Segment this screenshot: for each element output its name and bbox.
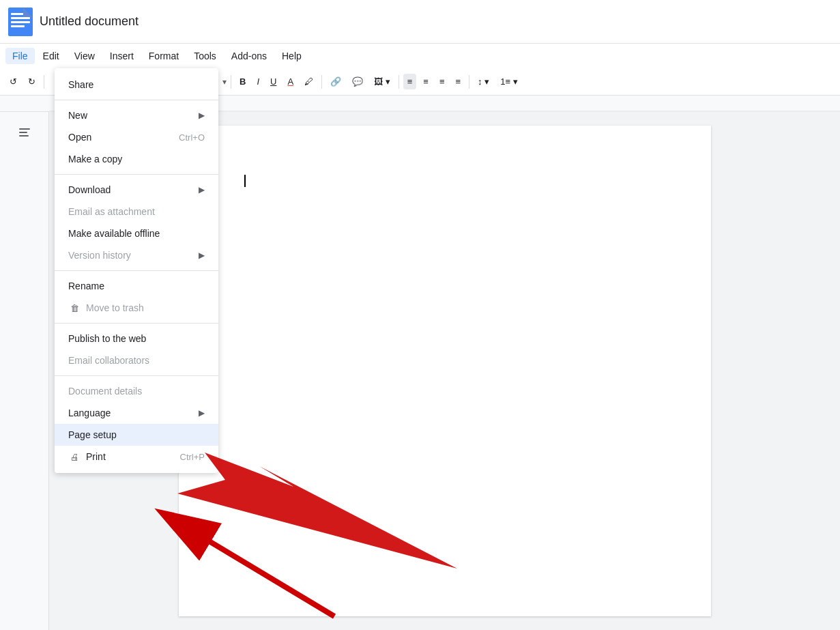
undo-button[interactable]: ↺ bbox=[5, 74, 21, 89]
make-copy-label: Make a copy bbox=[68, 154, 122, 164]
document-details-label: Document details bbox=[68, 386, 142, 397]
download-arrow-icon: ▶ bbox=[199, 185, 205, 195]
toolbar-divider-6 bbox=[399, 75, 399, 89]
print-label: Print bbox=[86, 451, 106, 462]
svg-rect-4 bbox=[11, 25, 25, 27]
menu-download-item[interactable]: Download ▶ bbox=[55, 179, 218, 201]
page-setup-label: Page setup bbox=[68, 429, 117, 440]
menu-bar: File Edit View Insert Format Tools Add-o… bbox=[0, 44, 840, 68]
align-left-button[interactable]: ≡ bbox=[403, 74, 417, 89]
move-trash-label: Move to trash bbox=[86, 302, 144, 313]
align-justify-button[interactable]: ≡ bbox=[451, 74, 465, 89]
align-center-button[interactable]: ≡ bbox=[419, 74, 433, 89]
print-content: 🖨 Print bbox=[68, 451, 106, 462]
print-icon: 🖨 bbox=[68, 452, 81, 462]
menu-make-copy-item[interactable]: Make a copy bbox=[55, 148, 218, 170]
menu-view[interactable]: View bbox=[68, 48, 102, 64]
svg-rect-3 bbox=[11, 21, 30, 23]
file-dropdown-menu: Share New ▶ Open Ctrl+O Make a copy Down… bbox=[55, 68, 218, 473]
menu-new-item[interactable]: New ▶ bbox=[55, 104, 218, 126]
print-shortcut: Ctrl+P bbox=[180, 452, 205, 462]
dropdown-divider-2 bbox=[55, 174, 218, 175]
menu-make-offline-item[interactable]: Make available offline bbox=[55, 223, 218, 244]
language-arrow-icon: ▶ bbox=[199, 408, 205, 418]
menu-file[interactable]: File bbox=[5, 48, 35, 64]
menu-move-trash-item[interactable]: 🗑 Move to trash bbox=[55, 297, 218, 319]
dropdown-divider-3 bbox=[55, 270, 218, 271]
title-area: Untitled document bbox=[40, 14, 139, 29]
highlight-button[interactable]: 🖊 bbox=[300, 74, 317, 89]
email-collaborators-label: Email collaborators bbox=[68, 355, 149, 366]
new-label: New bbox=[68, 110, 87, 121]
menu-document-details-item[interactable]: Document details bbox=[55, 380, 218, 402]
doc-title[interactable]: Untitled document bbox=[40, 14, 139, 29]
rename-label: Rename bbox=[68, 281, 104, 291]
image-button[interactable]: 🖼 ▾ bbox=[370, 74, 394, 89]
version-history-arrow-icon: ▶ bbox=[199, 250, 205, 260]
text-cursor bbox=[244, 175, 246, 187]
new-arrow-icon: ▶ bbox=[199, 111, 205, 120]
line-spacing-button[interactable]: ↕ ▾ bbox=[474, 74, 493, 89]
menu-insert[interactable]: Insert bbox=[103, 48, 141, 64]
redo-button[interactable]: ↻ bbox=[24, 74, 40, 89]
menu-share-item[interactable]: Share bbox=[55, 74, 218, 96]
document-page[interactable] bbox=[179, 126, 711, 616]
underline-button[interactable]: U bbox=[266, 74, 280, 89]
menu-tools[interactable]: Tools bbox=[187, 48, 223, 64]
italic-button[interactable]: I bbox=[252, 74, 263, 89]
language-label: Language bbox=[68, 407, 111, 418]
link-button[interactable]: 🔗 bbox=[326, 74, 345, 89]
size-dropdown-arrow: ▾ bbox=[222, 77, 227, 87]
numbered-list-button[interactable]: 1≡ ▾ bbox=[496, 74, 521, 89]
sidebar-outline-icon[interactable] bbox=[11, 119, 38, 146]
menu-version-history-item[interactable]: Version history ▶ bbox=[55, 244, 218, 266]
align-right-button[interactable]: ≡ bbox=[435, 74, 449, 89]
svg-rect-2 bbox=[11, 17, 30, 19]
svg-rect-9 bbox=[19, 128, 30, 130]
svg-rect-11 bbox=[19, 135, 29, 137]
toolbar-divider-4 bbox=[231, 75, 231, 89]
menu-print-item[interactable]: 🖨 Print Ctrl+P bbox=[55, 446, 218, 468]
toolbar-divider-5 bbox=[321, 75, 322, 89]
download-label: Download bbox=[68, 184, 111, 195]
move-trash-content: 🗑 Move to trash bbox=[68, 302, 144, 313]
menu-addons[interactable]: Add-ons bbox=[225, 48, 274, 64]
make-offline-label: Make available offline bbox=[68, 228, 160, 239]
title-bar: Untitled document bbox=[0, 0, 840, 44]
menu-help[interactable]: Help bbox=[275, 48, 308, 64]
share-label: Share bbox=[68, 79, 93, 90]
email-attachment-label: Email as attachment bbox=[68, 206, 155, 217]
menu-edit[interactable]: Edit bbox=[36, 48, 66, 64]
dropdown-divider-1 bbox=[55, 100, 218, 100]
doc-icon bbox=[8, 8, 33, 36]
dropdown-divider-4 bbox=[55, 323, 218, 324]
menu-email-collaborators-item[interactable]: Email collaborators bbox=[55, 349, 218, 371]
open-label: Open bbox=[68, 132, 91, 143]
menu-format[interactable]: Format bbox=[142, 48, 186, 64]
sidebar bbox=[0, 112, 49, 630]
menu-open-item[interactable]: Open Ctrl+O bbox=[55, 126, 218, 148]
trash-icon: 🗑 bbox=[68, 303, 81, 313]
toolbar-divider-7 bbox=[469, 75, 469, 89]
menu-publish-web-item[interactable]: Publish to the web bbox=[55, 328, 218, 349]
open-shortcut: Ctrl+O bbox=[179, 132, 205, 143]
version-history-label: Version history bbox=[68, 250, 131, 261]
text-color-button[interactable]: A bbox=[283, 74, 298, 89]
publish-web-label: Publish to the web bbox=[68, 333, 146, 344]
menu-page-setup-item[interactable]: Page setup bbox=[55, 424, 218, 446]
svg-rect-10 bbox=[19, 132, 27, 133]
toolbar-divider-1 bbox=[44, 75, 44, 89]
menu-email-attachment-item[interactable]: Email as attachment bbox=[55, 201, 218, 223]
menu-rename-item[interactable]: Rename bbox=[55, 275, 218, 297]
menu-language-item[interactable]: Language ▶ bbox=[55, 402, 218, 424]
bold-button[interactable]: B bbox=[235, 74, 250, 89]
dropdown-divider-5 bbox=[55, 375, 218, 376]
svg-rect-1 bbox=[11, 13, 25, 15]
comment-button[interactable]: 💬 bbox=[348, 74, 367, 89]
